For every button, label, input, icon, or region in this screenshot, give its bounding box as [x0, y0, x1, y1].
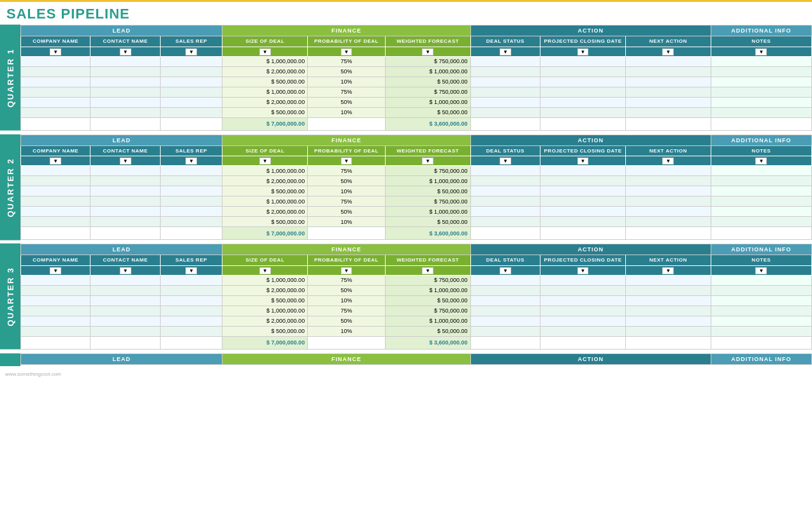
deal-status-cell	[470, 285, 540, 295]
dropdown-cell-7[interactable]: ▼	[540, 156, 626, 166]
total-cell-5: $ 3,600,000.00	[385, 117, 470, 130]
sales-rep-cell	[160, 196, 222, 207]
next-action-cell	[625, 176, 711, 186]
dropdown-cell-0[interactable]: ▼	[21, 47, 91, 56]
dropdown-btn-5[interactable]: ▼	[422, 267, 433, 274]
dropdown-cell-3[interactable]: ▼	[222, 47, 308, 56]
dropdown-btn-4[interactable]: ▼	[341, 267, 352, 274]
projected-closing-date-cell	[540, 285, 626, 295]
probability-cell: 75%	[308, 56, 386, 66]
dropdown-cell-1[interactable]: ▼	[91, 47, 160, 56]
dropdown-btn-0[interactable]: ▼	[50, 267, 61, 274]
dropdown-btn-2[interactable]: ▼	[185, 158, 197, 165]
dropdown-cell-9[interactable]: ▼	[711, 265, 811, 275]
last-group-header-col-group-lead: LEAD	[21, 353, 222, 364]
dropdown-btn-3[interactable]: ▼	[259, 158, 271, 165]
dropdown-cell-4[interactable]: ▼	[308, 47, 386, 56]
dropdown-btn-5[interactable]: ▼	[422, 158, 433, 165]
dropdown-cell-8[interactable]: ▼	[625, 265, 711, 275]
dropdown-cell-4[interactable]: ▼	[308, 265, 386, 275]
dropdown-cell-1[interactable]: ▼	[91, 265, 160, 275]
dropdown-cell-4[interactable]: ▼	[308, 156, 386, 166]
weighted-forecast-cell: $ 1,000,000.00	[385, 66, 470, 77]
dropdown-btn-4[interactable]: ▼	[341, 48, 352, 55]
dropdown-btn-3[interactable]: ▼	[259, 48, 271, 55]
dropdown-btn-6[interactable]: ▼	[500, 48, 511, 55]
last-quarter-section-header: LEADFINANCEACTIONADDITIONAL INFO	[0, 353, 812, 366]
sub-header-3: SIZE OF DEAL	[222, 145, 308, 156]
notes-cell	[711, 207, 811, 217]
sub-header-6: DEAL STATUS	[470, 255, 540, 266]
contact-name-cell	[91, 87, 160, 97]
dropdown-btn-7[interactable]: ▼	[577, 48, 589, 55]
probability-cell: 75%	[308, 306, 386, 316]
sub-header-7: PROJECTED CLOSING DATE	[540, 255, 626, 266]
last-group-header-col-group-action: ACTION	[470, 353, 711, 364]
dropdown-btn-1[interactable]: ▼	[120, 48, 131, 55]
total-cell-0	[21, 227, 91, 240]
dropdown-btn-0[interactable]: ▼	[50, 158, 61, 165]
dropdown-cell-9[interactable]: ▼	[711, 47, 811, 56]
dropdown-btn-0[interactable]: ▼	[50, 48, 61, 55]
probability-cell: 50%	[308, 66, 386, 77]
dropdown-cell-1[interactable]: ▼	[91, 156, 160, 166]
dropdown-cell-9[interactable]: ▼	[711, 156, 811, 166]
projected-closing-date-cell	[540, 306, 626, 316]
dropdown-cell-6[interactable]: ▼	[470, 265, 540, 275]
dropdown-cell-8[interactable]: ▼	[625, 47, 711, 56]
dropdown-cell-5[interactable]: ▼	[385, 265, 470, 275]
dropdown-btn-9[interactable]: ▼	[755, 267, 767, 274]
dropdown-btn-5[interactable]: ▼	[422, 48, 433, 55]
dropdown-btn-8[interactable]: ▼	[662, 158, 674, 165]
weighted-forecast-cell: $ 50,000.00	[385, 295, 470, 306]
dropdown-row[interactable]: ▼▼▼▼▼▼▼▼▼▼	[21, 47, 812, 56]
sub-header-9: NOTES	[711, 145, 811, 156]
probability-cell: 75%	[308, 196, 386, 207]
dropdown-cell-0[interactable]: ▼	[21, 156, 91, 166]
dropdown-cell-5[interactable]: ▼	[385, 47, 470, 56]
dropdown-cell-0[interactable]: ▼	[21, 265, 91, 275]
dropdown-btn-2[interactable]: ▼	[185, 267, 197, 274]
dropdown-cell-6[interactable]: ▼	[470, 156, 540, 166]
dropdown-row[interactable]: ▼▼▼▼▼▼▼▼▼▼	[21, 265, 812, 275]
dropdown-btn-7[interactable]: ▼	[577, 158, 589, 165]
total-cell-9	[711, 227, 811, 240]
dropdown-cell-3[interactable]: ▼	[222, 265, 308, 275]
dropdown-btn-6[interactable]: ▼	[500, 267, 511, 274]
dropdown-cell-8[interactable]: ▼	[625, 156, 711, 166]
dropdown-btn-1[interactable]: ▼	[120, 158, 131, 165]
footer: www.somethingcool.com	[0, 370, 812, 378]
dropdown-cell-2[interactable]: ▼	[160, 265, 222, 275]
notes-cell	[711, 196, 811, 207]
dropdown-btn-9[interactable]: ▼	[755, 158, 767, 165]
group-header-col-group-addinfo: ADDITIONAL INFO	[711, 26, 811, 36]
probability-cell: 75%	[308, 166, 386, 176]
dropdown-btn-2[interactable]: ▼	[185, 48, 197, 55]
dropdown-btn-7[interactable]: ▼	[577, 267, 589, 274]
notes-cell	[711, 166, 811, 176]
dropdown-btn-8[interactable]: ▼	[662, 267, 674, 274]
probability-cell: 75%	[308, 275, 386, 285]
dropdown-cell-7[interactable]: ▼	[540, 265, 626, 275]
table-row: $ 500,000.0010%$ 50,000.00	[21, 77, 812, 87]
dropdown-btn-3[interactable]: ▼	[259, 267, 271, 274]
dropdown-btn-4[interactable]: ▼	[341, 158, 352, 165]
dropdown-cell-2[interactable]: ▼	[160, 156, 222, 166]
dropdown-btn-6[interactable]: ▼	[500, 158, 511, 165]
dropdown-cell-2[interactable]: ▼	[160, 47, 222, 56]
dropdown-cell-7[interactable]: ▼	[540, 47, 626, 56]
sub-header-7: PROJECTED CLOSING DATE	[540, 36, 626, 47]
dropdown-row[interactable]: ▼▼▼▼▼▼▼▼▼▼	[21, 156, 812, 166]
dropdown-btn-1[interactable]: ▼	[120, 267, 131, 274]
dropdown-cell-3[interactable]: ▼	[222, 156, 308, 166]
dropdown-btn-9[interactable]: ▼	[755, 48, 767, 55]
last-group-header-col-group-finance: FINANCE	[222, 353, 470, 364]
dropdown-cell-6[interactable]: ▼	[470, 47, 540, 56]
dropdown-cell-5[interactable]: ▼	[385, 156, 470, 166]
sales-rep-cell	[160, 316, 222, 326]
dropdown-btn-8[interactable]: ▼	[662, 48, 674, 55]
contact-name-cell	[91, 66, 160, 77]
quarter-section: QUARTER 1LEADFINANCEACTIONADDITIONAL INF…	[0, 25, 812, 131]
contact-name-cell	[91, 316, 160, 326]
sub-header-5: WEIGHTED FORECAST	[385, 255, 470, 266]
